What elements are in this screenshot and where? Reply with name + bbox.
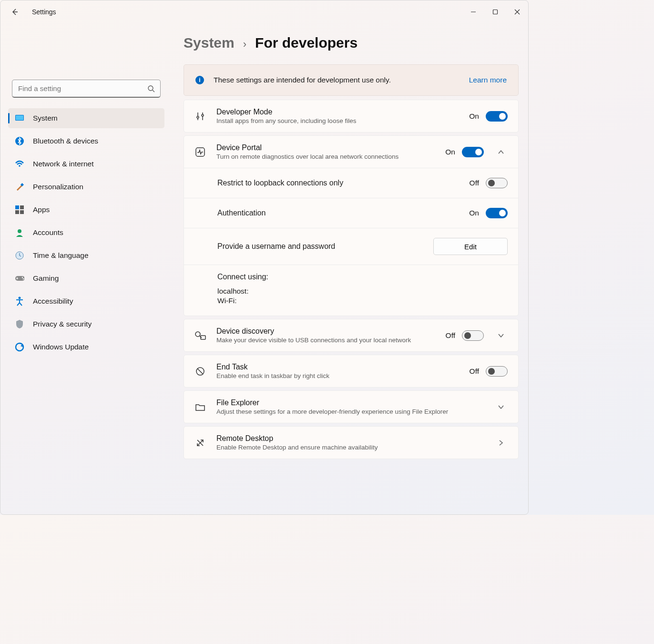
- setting-title: Device Portal: [216, 143, 435, 152]
- shield-icon: [15, 319, 24, 329]
- svg-rect-9: [15, 210, 19, 214]
- row-remote-desktop[interactable]: Remote Desktop Enable Remote Desktop and…: [184, 427, 518, 459]
- minimize-icon: [470, 9, 476, 15]
- sidebar: System Bluetooth & devices Network & int…: [0, 23, 172, 514]
- row-restrict-loopback: Restrict to loopback connections only Of…: [184, 168, 518, 198]
- connect-using-block: Connect using: localhost: Wi-Fi:: [184, 265, 518, 316]
- close-button[interactable]: [506, 3, 528, 21]
- setting-device-discovery: Device discovery Make your device visibl…: [184, 319, 519, 352]
- setting-device-portal: Device Portal Turn on remote diagnostics…: [184, 135, 519, 316]
- setting-subtitle: Install apps from any source, including …: [216, 117, 459, 124]
- toggle-device-discovery[interactable]: [462, 330, 484, 341]
- toggle-authentication[interactable]: [486, 208, 508, 218]
- setting-title: Device discovery: [216, 327, 435, 336]
- setting-title: Developer Mode: [216, 108, 459, 116]
- setting-file-explorer: File Explorer Adjust these settings for …: [184, 390, 519, 423]
- back-button[interactable]: [5, 2, 24, 21]
- toggle-state-label: On: [469, 209, 479, 217]
- row-developer-mode[interactable]: Developer Mode Install apps from any sou…: [184, 100, 518, 132]
- setting-subtitle: Adjust these settings for a more develop…: [216, 408, 484, 415]
- chevron-right-icon: ›: [243, 38, 246, 51]
- accessibility-icon: [15, 296, 24, 306]
- setting-developer-mode: Developer Mode Install apps from any sou…: [184, 100, 519, 133]
- gamepad-icon: [15, 274, 24, 283]
- banner-message: These settings are intended for developm…: [214, 76, 460, 84]
- nav-label: Apps: [33, 205, 50, 214]
- svg-point-19: [195, 332, 200, 337]
- setting-subtitle: Make your device visible to USB connecti…: [216, 337, 435, 344]
- nav-label: Accounts: [33, 228, 63, 237]
- learn-more-link[interactable]: Learn more: [469, 76, 507, 84]
- nav-item-windows-update[interactable]: Windows Update: [8, 337, 164, 357]
- nav-label: Network & internet: [33, 160, 94, 168]
- app-title: Settings: [32, 8, 56, 16]
- tools-icon: [194, 111, 206, 122]
- apps-icon: [15, 205, 24, 215]
- titlebar: Settings: [0, 0, 528, 23]
- nav-item-system[interactable]: System: [8, 108, 164, 128]
- breadcrumb-current: For developers: [255, 35, 358, 51]
- block-icon: [194, 366, 206, 377]
- row-file-explorer[interactable]: File Explorer Adjust these settings for …: [184, 391, 518, 423]
- minimize-button[interactable]: [462, 3, 484, 21]
- expand-button[interactable]: [494, 400, 508, 414]
- collapse-button[interactable]: [494, 145, 508, 159]
- toggle-developer-mode[interactable]: [486, 111, 508, 122]
- svg-rect-0: [493, 10, 498, 14]
- chevron-right-icon: [498, 440, 504, 446]
- setting-title: Restrict to loopback connections only: [217, 179, 470, 187]
- nav-item-gaming[interactable]: Gaming: [8, 268, 164, 288]
- nav-item-apps[interactable]: Apps: [8, 200, 164, 220]
- window-controls: [462, 3, 528, 21]
- nav-item-personalization[interactable]: Personalization: [8, 177, 164, 197]
- chevron-down-icon: [498, 332, 504, 339]
- wifi-icon: [15, 159, 24, 169]
- row-credentials: Provide a username and password Edit: [184, 228, 518, 265]
- main-content[interactable]: System › For developers i These settings…: [172, 23, 528, 514]
- search-input[interactable]: [12, 80, 161, 98]
- close-icon: [514, 9, 520, 15]
- toggle-restrict-loopback[interactable]: [486, 178, 508, 188]
- arrow-left-icon: [11, 8, 19, 16]
- person-icon: [15, 228, 24, 237]
- edit-credentials-button[interactable]: Edit: [433, 238, 508, 255]
- profile-block: [8, 39, 164, 73]
- nav-item-accessibility[interactable]: Accessibility: [8, 291, 164, 311]
- nav-item-network[interactable]: Network & internet: [8, 154, 164, 174]
- svg-rect-7: [15, 205, 19, 209]
- row-device-discovery[interactable]: Device discovery Make your device visibl…: [184, 319, 518, 351]
- nav-item-time-language[interactable]: Time & language: [8, 245, 164, 266]
- row-end-task[interactable]: End Task Enable end task in taskbar by r…: [184, 355, 518, 387]
- discovery-icon: [194, 330, 206, 341]
- row-authentication: Authentication On: [184, 198, 518, 228]
- row-device-portal[interactable]: Device Portal Turn on remote diagnostics…: [184, 136, 518, 168]
- toggle-device-portal[interactable]: [462, 147, 484, 157]
- setting-title: File Explorer: [216, 399, 484, 407]
- setting-title: End Task: [216, 363, 459, 371]
- search-box: [12, 80, 161, 98]
- svg-point-5: [19, 165, 20, 167]
- toggle-end-task[interactable]: [486, 366, 508, 377]
- nav-item-accounts[interactable]: Accounts: [8, 223, 164, 243]
- toggle-state-label: Off: [470, 179, 479, 187]
- svg-rect-8: [20, 205, 24, 209]
- bluetooth-icon: [15, 136, 24, 146]
- nav-label: Bluetooth & devices: [33, 137, 98, 145]
- nav-label: Accessibility: [33, 297, 73, 306]
- maximize-button[interactable]: [484, 3, 506, 21]
- svg-point-14: [22, 277, 23, 278]
- setting-remote-desktop: Remote Desktop Enable Remote Desktop and…: [184, 426, 519, 459]
- navigate-button[interactable]: [494, 436, 508, 450]
- svg-point-11: [18, 229, 21, 233]
- svg-point-15: [23, 278, 24, 279]
- nav-label: System: [33, 114, 58, 123]
- setting-title: Remote Desktop: [216, 434, 484, 443]
- remote-icon: [194, 437, 206, 449]
- info-banner: i These settings are intended for develo…: [184, 64, 519, 96]
- nav-item-privacy[interactable]: Privacy & security: [8, 314, 164, 334]
- nav-item-bluetooth[interactable]: Bluetooth & devices: [8, 131, 164, 151]
- expand-button[interactable]: [494, 329, 508, 342]
- toggle-state-label: On: [445, 148, 455, 156]
- breadcrumb-parent[interactable]: System: [184, 35, 235, 51]
- connect-line: localhost:: [217, 287, 508, 296]
